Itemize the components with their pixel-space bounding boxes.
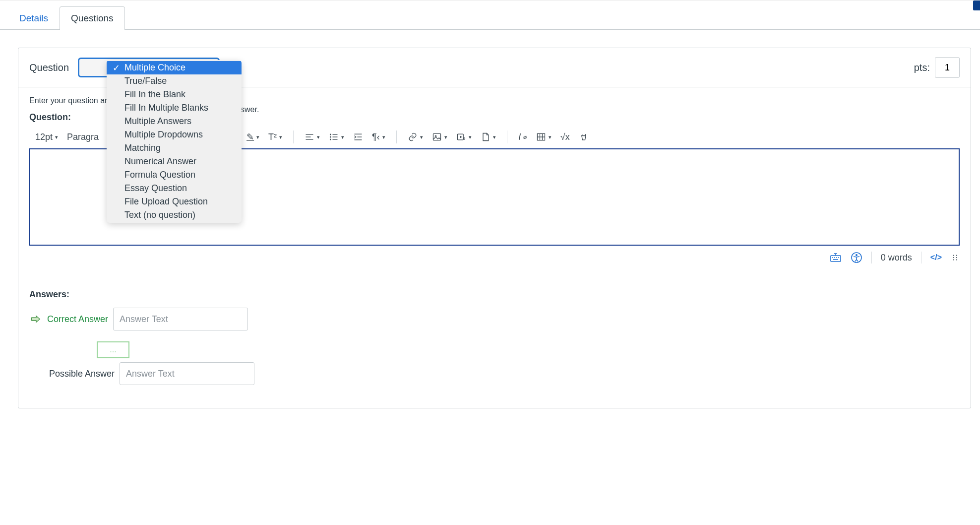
tab-questions[interactable]: Questions <box>60 6 125 30</box>
svg-point-33 <box>953 259 954 260</box>
svg-rect-21 <box>831 256 841 262</box>
clear-format-button[interactable]: I⌀ <box>516 131 529 142</box>
type-option-essay-question[interactable]: Essay Question <box>107 182 242 195</box>
font-size-dropdown[interactable]: 12pt▾ <box>33 131 60 143</box>
svg-point-4 <box>330 136 331 137</box>
document-button[interactable]: ▾ <box>479 131 498 143</box>
svg-point-34 <box>956 259 957 260</box>
points-input[interactable] <box>935 57 960 78</box>
svg-point-31 <box>953 257 954 258</box>
type-option-file-upload[interactable]: File Upload Question <box>107 195 242 208</box>
svg-point-5 <box>330 139 331 140</box>
more-options-icon[interactable] <box>951 253 960 262</box>
svg-rect-12 <box>433 133 440 140</box>
toolbar-separator <box>396 131 397 143</box>
footer-divider <box>921 252 921 263</box>
type-option-true-false[interactable]: True/False <box>107 74 242 88</box>
instruction-text-fragment: swer. <box>241 105 259 114</box>
footer-divider <box>871 252 872 263</box>
type-option-multiple-dropdowns[interactable]: Multiple Dropdowns <box>107 128 242 141</box>
answers-section-label: Answers: <box>29 289 960 300</box>
svg-point-16 <box>463 138 465 139</box>
image-button[interactable]: ▾ <box>430 131 449 143</box>
text-direction-button[interactable]: ¶‹▾ <box>370 131 387 142</box>
type-option-fill-blank[interactable]: Fill In the Blank <box>107 88 242 101</box>
answer-input-2[interactable] <box>120 362 254 385</box>
tabs-bar: Details Questions <box>0 2 980 30</box>
correct-answer-label: Correct Answer <box>47 314 108 325</box>
svg-point-29 <box>953 255 954 256</box>
type-option-matching[interactable]: Matching <box>107 141 242 155</box>
link-button[interactable]: ▾ <box>406 131 425 143</box>
tab-details[interactable]: Details <box>8 6 60 30</box>
highlight-button[interactable]: ✎▾ <box>245 131 261 142</box>
media-button[interactable]: ▾ <box>454 131 474 143</box>
embed-button[interactable] <box>577 131 591 143</box>
align-button[interactable]: ▾ <box>303 131 322 143</box>
keyboard-icon[interactable] <box>830 252 842 263</box>
paragraph-dropdown[interactable]: Paragra <box>65 131 101 143</box>
svg-marker-15 <box>460 136 462 138</box>
table-button[interactable]: ▾ <box>534 131 553 143</box>
type-option-formula-question[interactable]: Formula Question <box>107 168 242 182</box>
accessibility-icon[interactable] <box>851 252 862 263</box>
list-button[interactable]: ▾ <box>327 131 346 143</box>
type-option-multiple-choice[interactable]: Multiple Choice <box>107 61 242 74</box>
superscript-button[interactable]: T²▾ <box>266 131 284 142</box>
question-name-field[interactable]: Question <box>29 62 69 73</box>
svg-point-30 <box>956 255 957 256</box>
svg-point-28 <box>856 255 858 256</box>
type-option-multiple-answers[interactable]: Multiple Answers <box>107 115 242 128</box>
html-editor-toggle[interactable]: </> <box>930 253 942 262</box>
type-option-numerical-answer[interactable]: Numerical Answer <box>107 155 242 168</box>
type-option-text-no-question[interactable]: Text (no question) <box>107 208 242 222</box>
toolbar-separator <box>293 131 294 143</box>
answer-input-1[interactable] <box>113 308 248 330</box>
equation-button[interactable]: √x <box>558 131 572 142</box>
answer-comment-toggle[interactable]: ... <box>97 341 129 358</box>
points-label: pts: <box>914 62 930 73</box>
correct-answer-arrow-icon <box>29 314 42 325</box>
question-type-dropdown-menu: Multiple Choice True/False Fill In the B… <box>107 60 242 223</box>
indent-button[interactable] <box>351 131 365 143</box>
word-count: 0 words <box>881 253 912 263</box>
svg-point-32 <box>956 257 957 258</box>
type-option-fill-multiple-blanks[interactable]: Fill In Multiple Blanks <box>107 101 242 115</box>
possible-answer-label: Possible Answer <box>49 369 115 379</box>
svg-point-3 <box>330 134 331 135</box>
toolbar-separator <box>507 131 507 143</box>
